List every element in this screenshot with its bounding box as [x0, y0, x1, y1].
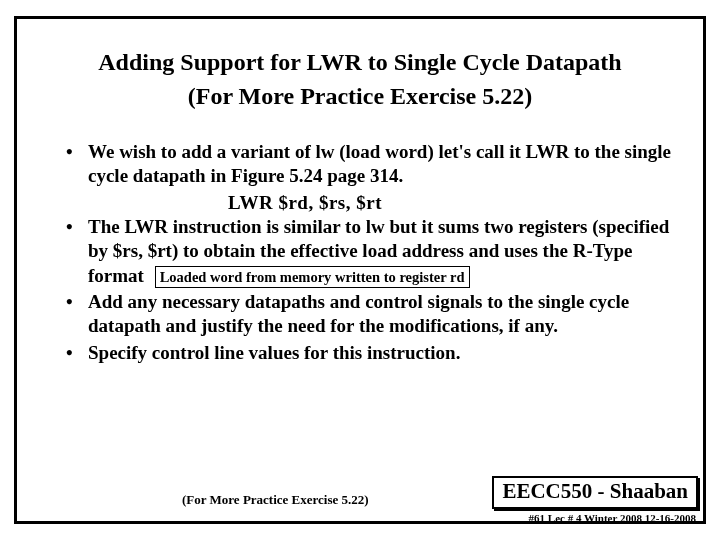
footer-course: EECC550 - Shaaban: [492, 476, 698, 509]
inline-note-box: Loaded word from memory written to regis…: [155, 266, 470, 289]
bullet-text: Add any necessary datapaths and control …: [88, 290, 682, 339]
bullet-item: • The LWR instruction is similar to lw b…: [62, 215, 682, 288]
bullet-mark: •: [62, 215, 88, 288]
bullet-text: The LWR instruction is similar to lw but…: [88, 215, 682, 288]
bullet-item: • Specify control line values for this i…: [62, 341, 682, 365]
slide-title: Adding Support for LWR to Single Cycle D…: [40, 46, 680, 113]
bullet-item: • We wish to add a variant of lw (load w…: [62, 140, 682, 189]
slide-body: • We wish to add a variant of lw (load w…: [62, 140, 682, 367]
title-line-2: (For More Practice Exercise 5.22): [40, 80, 680, 114]
bullet-mark: •: [62, 341, 88, 365]
title-line-1: Adding Support for LWR to Single Cycle D…: [40, 46, 680, 80]
bullet-text: We wish to add a variant of lw (load wor…: [88, 140, 682, 189]
footer-meta: #61 Lec # 4 Winter 2008 12-16-2008: [492, 512, 698, 524]
instruction-line: LWR $rd, $rs, $rt: [228, 191, 682, 215]
bullet-item: • Add any necessary datapaths and contro…: [62, 290, 682, 339]
bullet-mark: •: [62, 290, 88, 339]
bullet-text: Specify control line values for this ins…: [88, 341, 682, 365]
footer-block: EECC550 - Shaaban #61 Lec # 4 Winter 200…: [492, 476, 698, 524]
footer-note: (For More Practice Exercise 5.22): [182, 492, 369, 508]
bullet-mark: •: [62, 140, 88, 189]
